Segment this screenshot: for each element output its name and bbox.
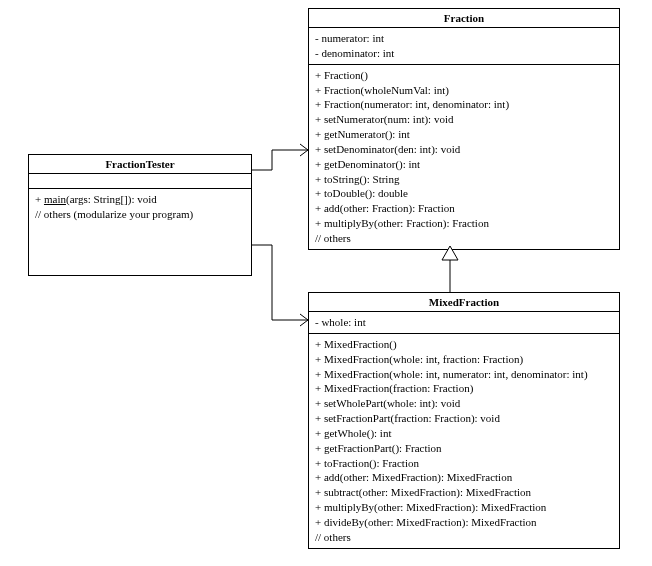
method-row: + MixedFraction(whole: int, fraction: Fr… [315, 352, 613, 367]
method-row: + subtract(other: MixedFraction): MixedF… [315, 485, 613, 500]
method-row: + Fraction() [315, 68, 613, 83]
attr-row: - denominator: int [315, 46, 613, 61]
method-row: + setDenominator(den: int): void [315, 142, 613, 157]
method-row: + toDouble(): double [315, 186, 613, 201]
method-row: + MixedFraction(whole: int, numerator: i… [315, 367, 613, 382]
method-row: + setWholePart(whole: int): void [315, 396, 613, 411]
attributes-section: - numerator: int - denominator: int [309, 28, 619, 65]
method-row: + setNumerator(num: int): void [315, 112, 613, 127]
method-row: + setFractionPart(fraction: Fraction): v… [315, 411, 613, 426]
method-row: + add(other: MixedFraction): MixedFracti… [315, 470, 613, 485]
method-row: + Fraction(wholeNumVal: int) [315, 83, 613, 98]
association-arrow-icon [251, 144, 308, 170]
method-row: + getWhole(): int [315, 426, 613, 441]
association-arrow-icon [251, 245, 308, 326]
attr-row: - numerator: int [315, 31, 613, 46]
method-row: + toFraction(): Fraction [315, 456, 613, 471]
method-row: + Fraction(numerator: int, denominator: … [315, 97, 613, 112]
method-row: + divideBy(other: MixedFraction): MixedF… [315, 515, 613, 530]
methods-section: + Fraction() + Fraction(wholeNumVal: int… [309, 65, 619, 249]
method-row: + multiplyBy(other: Fraction): Fraction [315, 216, 613, 231]
generalization-arrow-icon [442, 246, 458, 292]
class-title: Fraction [309, 9, 619, 28]
class-mixedfraction: MixedFraction - whole: int + MixedFracti… [308, 292, 620, 549]
methods-section: + MixedFraction() + MixedFraction(whole:… [309, 334, 619, 548]
method-row: + add(other: Fraction): Fraction [315, 201, 613, 216]
method-row: + getFractionPart(): Fraction [315, 441, 613, 456]
method-row: // others [315, 231, 613, 246]
class-title: FractionTester [29, 155, 251, 174]
method-row: + toString(): String [315, 172, 613, 187]
class-fractiontester: FractionTester + main(args: String[]): v… [28, 154, 252, 276]
methods-section: + main(args: String[]): void // others (… [29, 189, 251, 275]
class-title: MixedFraction [309, 293, 619, 312]
method-row: // others (modularize your program) [35, 207, 245, 222]
class-fraction: Fraction - numerator: int - denominator:… [308, 8, 620, 250]
attr-row: - whole: int [315, 315, 613, 330]
method-row: + getNumerator(): int [315, 127, 613, 142]
method-row: + MixedFraction() [315, 337, 613, 352]
method-row: + MixedFraction(fraction: Fraction) [315, 381, 613, 396]
method-row: + getDenominator(): int [315, 157, 613, 172]
attributes-section [29, 174, 251, 189]
method-row: // others [315, 530, 613, 545]
method-row: + multiplyBy(other: MixedFraction): Mixe… [315, 500, 613, 515]
attributes-section: - whole: int [309, 312, 619, 334]
